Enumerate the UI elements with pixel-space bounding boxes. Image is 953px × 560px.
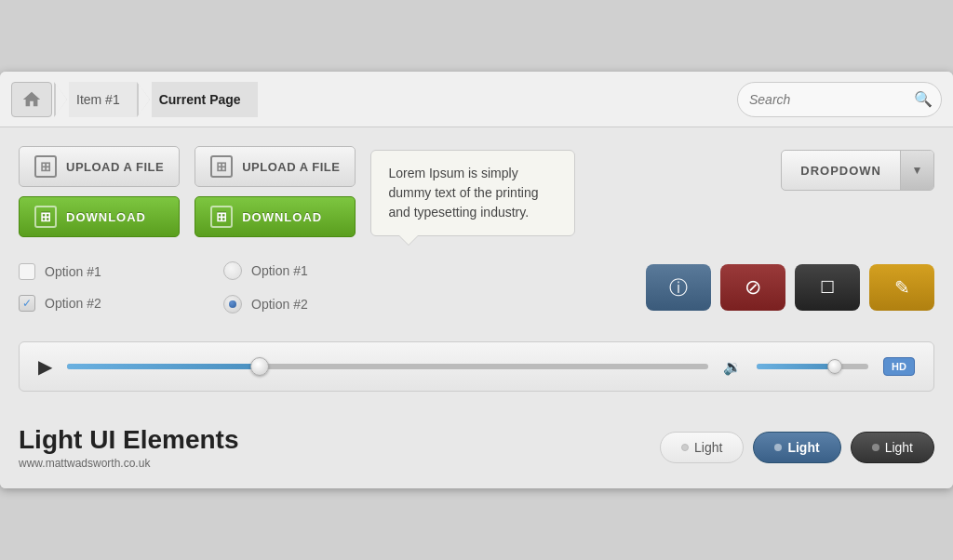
outline-btn-dot: [681, 444, 689, 451]
download-label-1: DOWNLOAD: [66, 210, 146, 224]
edit-icon-button[interactable]: ✎: [869, 264, 934, 311]
breadcrumb-current: Current Page: [152, 82, 258, 117]
light-btn-1-label: Light: [694, 440, 722, 455]
progress-fill: [67, 364, 260, 369]
download-icon-2: ⊞: [210, 206, 233, 228]
checkbox-box-2: ✓: [19, 295, 35, 312]
light-button-outline[interactable]: Light: [660, 432, 744, 463]
search-button[interactable]: 🔍: [914, 90, 933, 108]
volume-fill: [757, 364, 835, 369]
play-button[interactable]: ▶: [38, 355, 52, 378]
radio-label-2: Option #2: [251, 297, 308, 312]
radio-circle-1: [223, 261, 242, 280]
light-button-dark[interactable]: Light: [851, 432, 934, 463]
checkbox-option-2[interactable]: ✓ Option #2: [19, 295, 186, 312]
breadcrumb-current-label: Current Page: [159, 92, 241, 107]
volume-bar[interactable]: [757, 364, 868, 369]
search-input[interactable]: [749, 92, 914, 107]
dropdown-button[interactable]: DROPDOWN ▼: [781, 150, 934, 191]
checkbox-option-1[interactable]: Option #1: [19, 263, 186, 280]
stop-icon: ⊘: [745, 275, 761, 300]
radio-option-1[interactable]: Option #1: [223, 261, 372, 280]
checkbox-label-1: Option #1: [45, 264, 101, 279]
footer-title-group: Light UI Elements www.mattwadsworth.co.u…: [19, 425, 641, 470]
media-player: ▶ 🔉 HD: [19, 341, 934, 392]
buttons-row: ⊞ UPLOAD A FILE ⊞ DOWNLOAD ⊞ UPLOAD A FI…: [19, 146, 934, 237]
search-wrapper: 🔍: [737, 82, 942, 117]
dropdown-wrapper: DROPDOWN ▼: [781, 150, 934, 191]
breadcrumb-nav: Item #1 Current Page 🔍: [0, 72, 953, 127]
breadcrumb-item-1-label: Item #1: [76, 92, 120, 107]
footer-subtitle: www.mattwadsworth.co.uk: [19, 457, 641, 470]
radio-group: Option #1 Option #2: [223, 261, 372, 313]
edit-icon: ✎: [894, 276, 910, 299]
upload-download-group-2: ⊞ UPLOAD A FILE ⊞ DOWNLOAD: [195, 146, 356, 237]
footer-section: Light UI Elements www.mattwadsworth.co.u…: [19, 410, 934, 488]
dropdown-label: DROPDOWN: [782, 164, 900, 178]
upload-icon-2: ⊞: [210, 155, 233, 178]
home-breadcrumb[interactable]: [11, 82, 52, 117]
upload-button-1[interactable]: ⊞ UPLOAD A FILE: [19, 146, 180, 187]
download-button-2[interactable]: ⊞ DOWNLOAD: [195, 196, 356, 237]
blue-btn-dot: [774, 444, 782, 451]
dark-btn-dot: [872, 444, 879, 451]
download-button-1[interactable]: ⊞ DOWNLOAD: [19, 196, 180, 237]
square-icon-button[interactable]: ☐: [795, 264, 860, 311]
info-icon: ⓘ: [669, 275, 688, 300]
download-icon-1: ⊞: [34, 206, 57, 228]
radio-label-1: Option #1: [251, 263, 308, 278]
home-icon: [21, 89, 42, 110]
breadcrumb-separator-1: [54, 82, 67, 117]
light-btn-3-label: Light: [885, 440, 913, 455]
info-icon-button[interactable]: ⓘ: [646, 264, 711, 311]
progress-thumb[interactable]: [250, 357, 269, 376]
radio-option-2[interactable]: Option #2: [223, 295, 372, 313]
light-btn-2-label: Light: [787, 440, 819, 455]
play-icon: ▶: [38, 356, 52, 377]
upload-label-1: UPLOAD A FILE: [66, 160, 164, 174]
volume-icon: 🔉: [723, 358, 742, 376]
footer-buttons: Light Light Light: [660, 432, 934, 463]
radio-circle-2: [223, 295, 242, 313]
upload-label-2: UPLOAD A FILE: [242, 160, 340, 174]
upload-button-2[interactable]: ⊞ UPLOAD A FILE: [195, 146, 356, 187]
tooltip-box: Lorem Ipsum is simply dummy text of the …: [370, 150, 575, 236]
radio-dot-2: [229, 300, 236, 308]
breadcrumb-separator-2: [137, 82, 150, 117]
upload-download-group: ⊞ UPLOAD A FILE ⊞ DOWNLOAD: [19, 146, 180, 237]
icon-buttons-group: ⓘ ⊘ ☐ ✎: [646, 264, 934, 311]
checkbox-box-1: [19, 263, 35, 280]
stop-icon-button[interactable]: ⊘: [720, 264, 785, 311]
download-label-2: DOWNLOAD: [242, 210, 322, 224]
footer-title: Light UI Elements: [19, 425, 641, 455]
square-icon: ☐: [820, 277, 835, 298]
volume-thumb[interactable]: [827, 359, 842, 374]
checkbox-label-2: Option #2: [45, 296, 101, 311]
breadcrumb-item-1[interactable]: Item #1: [69, 82, 137, 117]
light-button-blue[interactable]: Light: [753, 432, 840, 463]
hd-badge: HD: [883, 357, 915, 376]
progress-bar[interactable]: [67, 364, 708, 369]
tooltip-text: Lorem Ipsum is simply dummy text of the …: [388, 166, 538, 220]
options-row: Option #1 ✓ Option #2 Option #1 Option #…: [19, 252, 934, 323]
upload-icon-1: ⊞: [34, 155, 57, 178]
checkbox-group: Option #1 ✓ Option #2: [19, 263, 186, 312]
dropdown-arrow-icon: ▼: [900, 151, 933, 190]
